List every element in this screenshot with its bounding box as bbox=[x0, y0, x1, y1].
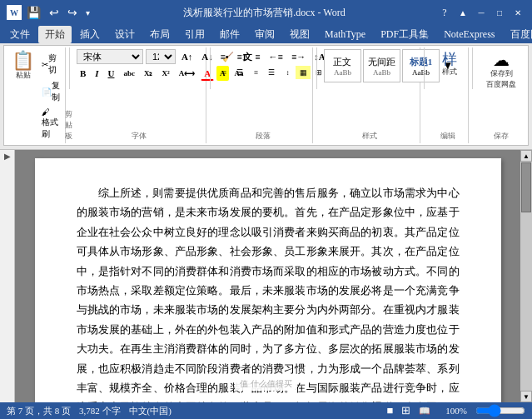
scroll-up-btn[interactable]: ▲ bbox=[520, 150, 532, 162]
styles-icon: 样 bbox=[442, 52, 457, 67]
scroll-down-btn[interactable]: ▼ bbox=[520, 391, 532, 402]
title-bar: W 💾 ↩ ↪ ▾ 浅析服装行业的市场营销.docx - Word ? ▲ ─ … bbox=[0, 0, 532, 25]
bold-btn[interactable]: B bbox=[77, 66, 89, 81]
left-panel: ▶ bbox=[0, 150, 15, 402]
help-btn[interactable]: ? bbox=[437, 5, 452, 20]
quick-access-toolbar: 💾 ↩ ↪ ▾ bbox=[25, 6, 92, 20]
style-no-spacing[interactable]: 无间距 AaBb bbox=[363, 49, 400, 82]
paste-button[interactable]: 📋 粘贴 bbox=[9, 49, 37, 83]
scroll-thumb[interactable] bbox=[521, 162, 531, 212]
font-color-btn[interactable]: A bbox=[201, 66, 214, 81]
superscript-btn[interactable]: X² bbox=[158, 66, 172, 81]
status-bar: 第 7 页，共 8 页 3,782 个字 中文(中国) ■ ⊞ 📖 100% bbox=[0, 402, 532, 419]
menu-pdf[interactable]: PDF工具集 bbox=[374, 26, 435, 43]
menu-references[interactable]: 引用 bbox=[178, 26, 211, 43]
strikethrough-btn[interactable]: abc bbox=[120, 66, 138, 81]
clipboard-group: 📋 粘贴 ✂ 剪切 📄 复制 🖌 格式刷 剪贴板 bbox=[6, 47, 66, 143]
menu-mail[interactable]: 邮件 bbox=[213, 26, 246, 43]
shading-btn[interactable]: ▦ bbox=[296, 66, 311, 79]
copy-button[interactable]: 📄 复制 bbox=[38, 78, 63, 105]
underline-btn[interactable]: U bbox=[105, 66, 118, 81]
status-right: ■ ⊞ 📖 100% bbox=[386, 404, 525, 417]
status-left: 第 7 页，共 8 页 3,782 个字 中文(中国) bbox=[7, 405, 172, 417]
editing-group: 样 样式 编辑 bbox=[427, 47, 469, 143]
font-size-select[interactable]: 12 bbox=[146, 49, 176, 64]
save-qa-button[interactable]: 💾 bbox=[25, 6, 42, 20]
line-spacing-btn[interactable]: ↕ bbox=[280, 66, 295, 79]
menu-layout[interactable]: 布局 bbox=[143, 26, 177, 43]
save-baidu-btn[interactable]: ☁ 保存到 百度网盘 bbox=[480, 49, 523, 92]
indent-inc-btn[interactable]: ≡→ bbox=[288, 49, 309, 64]
minimize-btn[interactable]: ─ bbox=[474, 5, 489, 20]
format-painter-button[interactable]: 🖌 格式刷 bbox=[38, 106, 63, 142]
paragraph-group: ≡• ≡1 ≡ ←≡ ≡→ ↕A ¶ ≡ ☰ ≡ ☰ ↕ ▦ ⊞ 段落 bbox=[213, 47, 313, 143]
app-icon: W bbox=[7, 5, 22, 20]
indent-dec-btn[interactable]: ←≡ bbox=[266, 49, 286, 64]
close-btn[interactable]: ✕ bbox=[510, 5, 525, 20]
ribbon-content: 📋 粘贴 ✂ 剪切 📄 复制 🖌 格式刷 剪贴板 宋体 bbox=[3, 45, 529, 146]
font-group: 宋体 12 A↑ A↓ 🧹 文 B I U abc X₂ X² bbox=[73, 47, 206, 143]
qa-dropdown[interactable]: ▾ bbox=[84, 8, 92, 17]
styles-group: 正文 AaBb 无间距 AaBb 标题1 AaBb ▾ 样式 bbox=[321, 47, 420, 143]
menu-mathtype[interactable]: MathType bbox=[318, 27, 372, 42]
menu-review[interactable]: 审阅 bbox=[248, 26, 281, 43]
align-center-btn[interactable]: ☰ bbox=[232, 66, 247, 79]
window-title: 浅析服装行业的市场营销.docx - Word bbox=[183, 6, 345, 20]
view-read-btn[interactable]: 📖 bbox=[419, 406, 430, 417]
view-normal-btn[interactable]: ■ bbox=[386, 404, 393, 417]
body-paragraph: 综上所述，则需要提供优质商品和完善的售后服务，确立以市场需求为中心的服装市场的营… bbox=[77, 183, 460, 402]
align-right-btn[interactable]: ≡ bbox=[248, 66, 263, 79]
save-cloud-icon: ☁ bbox=[493, 52, 510, 68]
numbering-btn[interactable]: ≡1 bbox=[234, 49, 251, 64]
undo-qa-button[interactable]: ↩ bbox=[47, 6, 61, 20]
cut-button[interactable]: ✂ 剪切 bbox=[38, 51, 63, 77]
menu-home[interactable]: 开始 bbox=[38, 26, 72, 43]
font-name-select[interactable]: 宋体 bbox=[77, 49, 143, 64]
menu-noteexpress[interactable]: NoteExpress bbox=[437, 27, 501, 42]
align-justify-btn[interactable]: ☰ bbox=[264, 66, 279, 79]
italic-btn[interactable]: I bbox=[92, 66, 102, 81]
align-left-btn[interactable]: ≡ bbox=[216, 66, 231, 79]
zoom-level: 100% bbox=[445, 406, 467, 416]
ribbon: 📋 粘贴 ✂ 剪切 📄 复制 🖌 格式刷 剪贴板 宋体 bbox=[0, 43, 532, 150]
font-size-inc-btn[interactable]: A↑ bbox=[178, 49, 196, 64]
view-web-btn[interactable]: ⊞ bbox=[401, 404, 410, 417]
vertical-scrollbar[interactable]: ▲ ▼ bbox=[520, 150, 532, 402]
window-controls: ? ▲ ─ □ ✕ bbox=[437, 5, 525, 20]
menu-bar: 文件 开始 插入 设计 布局 引用 邮件 审阅 视图 MathType PDF工… bbox=[0, 25, 532, 43]
document-area[interactable]: 综上所述，则需要提供优质商品和完善的售后服务，确立以市场需求为中心的服装市场的营… bbox=[15, 150, 520, 402]
char-spacing-btn[interactable]: A⟷ bbox=[176, 66, 199, 81]
menu-file[interactable]: 文件 bbox=[3, 26, 37, 43]
align-row: ≡ ☰ ≡ ☰ ↕ ▦ ⊞ bbox=[216, 66, 326, 79]
ribbon-collapse-btn[interactable]: ▲ bbox=[455, 5, 470, 20]
menu-insert[interactable]: 插入 bbox=[73, 26, 107, 43]
document-page: 综上所述，则需要提供优质商品和完善的售后服务，确立以市场需求为中心的服装市场的营… bbox=[35, 158, 501, 402]
save-group: ☁ 保存到 百度网盘 保存 bbox=[476, 47, 526, 143]
maximize-btn[interactable]: □ bbox=[492, 5, 507, 20]
main-area: ▶ 综上所述，则需要提供优质商品和完善的售后服务，确立以市场需求为中心的服装市场… bbox=[0, 150, 532, 402]
zoom-slider[interactable] bbox=[475, 406, 525, 416]
menu-design[interactable]: 设计 bbox=[108, 26, 142, 43]
title-left: W 💾 ↩ ↪ ▾ bbox=[7, 5, 92, 20]
style-normal[interactable]: 正文 AaBb bbox=[324, 49, 361, 82]
bullets-btn[interactable]: ≡• bbox=[216, 49, 231, 64]
menu-baidu[interactable]: 百度网盘 bbox=[504, 26, 533, 43]
multilevel-btn[interactable]: ≡ bbox=[251, 49, 263, 64]
paste-icon: 📋 bbox=[12, 52, 34, 70]
word-count: 3,782 个字 bbox=[79, 405, 121, 417]
styles-btn[interactable]: 样 样式 bbox=[430, 49, 469, 80]
redo-qa-button[interactable]: ↪ bbox=[66, 6, 79, 20]
subscript-btn[interactable]: X₂ bbox=[141, 66, 157, 81]
app-window: W 💾 ↩ ↪ ▾ 浅析服装行业的市场营销.docx - Word ? ▲ ─ … bbox=[0, 0, 532, 419]
menu-view[interactable]: 视图 bbox=[283, 26, 316, 43]
left-panel-collapse[interactable]: ▶ bbox=[4, 152, 11, 161]
language: 中文(中国) bbox=[129, 405, 172, 417]
watermark: 值 什么值得买 bbox=[235, 377, 297, 391]
page-info: 第 7 页，共 8 页 bbox=[7, 405, 71, 417]
